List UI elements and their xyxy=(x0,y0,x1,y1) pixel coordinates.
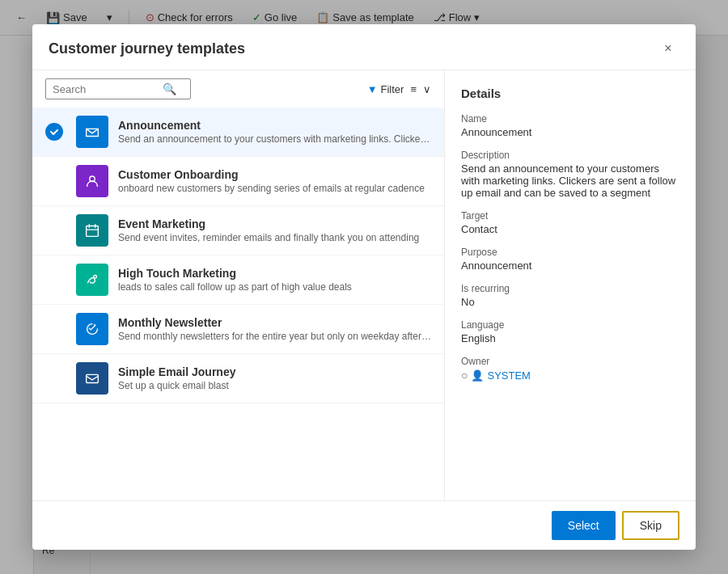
template-items-list: Announcement Send an announcement to you… xyxy=(32,104,444,500)
filter-button[interactable]: ▼ Filter xyxy=(367,83,404,95)
template-icon-simple-email xyxy=(76,362,108,395)
template-info-newsletter: Monthly Newsletter Send monthly newslett… xyxy=(118,316,431,342)
checkmark-icon xyxy=(49,127,59,137)
template-icon-newsletter xyxy=(76,313,108,345)
list-item[interactable]: Customer Onboarding onboard new customer… xyxy=(32,157,444,206)
details-heading: Details xyxy=(461,87,679,100)
detail-field-name: Name Announcement xyxy=(461,113,679,138)
template-info-hightouch: High Touch Marketing leads to sales call… xyxy=(118,267,431,293)
detail-value-language: English xyxy=(461,332,679,344)
detail-field-language: Language English xyxy=(461,319,679,344)
template-icon-onboarding xyxy=(76,165,108,197)
template-info-event: Event Marketing Send event invites, remi… xyxy=(118,217,431,243)
list-item[interactable]: Announcement Send an announcement to you… xyxy=(32,108,444,157)
modal-title: Customer journey templates xyxy=(49,40,245,57)
detail-value-description: Send an announcement to your customers w… xyxy=(461,162,679,199)
template-name: Simple Email Journey xyxy=(118,365,431,378)
skip-button[interactable]: Skip xyxy=(622,511,679,540)
detail-label-purpose: Purpose xyxy=(461,247,679,258)
detail-field-recurring: Is recurring No xyxy=(461,283,679,308)
template-description: Send event invites, reminder emails and … xyxy=(118,232,431,243)
modal-footer: Select Skip xyxy=(32,500,696,550)
template-info-onboarding: Customer Onboarding onboard new customer… xyxy=(118,168,431,194)
detail-label-description: Description xyxy=(461,150,679,161)
modal-overlay[interactable]: Customer journey templates × 🔍 ▼ Filter xyxy=(0,0,728,574)
selected-check-badge xyxy=(45,123,63,141)
detail-field-description: Description Send an announcement to your… xyxy=(461,150,679,199)
modal-close-button[interactable]: × xyxy=(657,37,679,60)
detail-label-language: Language xyxy=(461,319,679,331)
search-input-wrap[interactable]: 🔍 xyxy=(45,78,191,99)
template-name: High Touch Marketing xyxy=(118,267,431,280)
view-toggle-button[interactable]: ≡ xyxy=(410,83,417,95)
template-icon-announcement xyxy=(76,116,108,148)
template-icon-hightouch xyxy=(76,264,108,296)
template-description: leads to sales call follow up as part of… xyxy=(118,281,431,293)
modal-body: 🔍 ▼ Filter ≡ ∨ xyxy=(32,70,696,500)
detail-field-target: Target Contact xyxy=(461,210,679,235)
owner-circle-icon: ○ xyxy=(461,369,468,382)
template-icon-event xyxy=(76,214,108,247)
list-item[interactable]: Simple Email Journey Set up a quick emai… xyxy=(32,354,444,403)
template-info-announcement: Announcement Send an announcement to you… xyxy=(118,119,431,145)
search-input[interactable] xyxy=(53,83,158,95)
modal-header: Customer journey templates × xyxy=(32,24,696,70)
template-info-simple-email: Simple Email Journey Set up a quick emai… xyxy=(118,365,431,391)
template-name: Customer Onboarding xyxy=(118,168,431,181)
detail-field-owner: Owner ○ 👤 SYSTEM xyxy=(461,356,679,382)
sort-icon: ∨ xyxy=(423,83,431,95)
details-panel: Details Name Announcement Description Se… xyxy=(445,70,696,500)
detail-label-target: Target xyxy=(461,210,679,222)
detail-label-owner: Owner xyxy=(461,356,679,367)
owner-person-icon: 👤 xyxy=(471,369,484,382)
select-button[interactable]: Select xyxy=(552,511,616,540)
detail-value-target: Contact xyxy=(461,223,679,235)
list-item[interactable]: Event Marketing Send event invites, remi… xyxy=(32,206,444,255)
detail-value-recurring: No xyxy=(461,296,679,308)
list-view-icon: ≡ xyxy=(410,83,417,95)
detail-value-purpose: Announcement xyxy=(461,260,679,272)
template-name: Announcement xyxy=(118,119,431,132)
detail-label-name: Name xyxy=(461,113,679,125)
template-description: Send monthly newsletters for the entire … xyxy=(118,331,431,342)
template-name: Event Marketing xyxy=(118,217,431,230)
list-item[interactable]: High Touch Marketing leads to sales call… xyxy=(32,255,444,305)
search-icon: 🔍 xyxy=(163,82,176,95)
template-description: Set up a quick email blast xyxy=(118,380,431,391)
template-description: Send an announcement to your customers w… xyxy=(118,133,431,145)
sort-button[interactable]: ∨ xyxy=(423,83,431,95)
detail-label-recurring: Is recurring xyxy=(461,283,679,294)
template-list-panel: 🔍 ▼ Filter ≡ ∨ xyxy=(32,70,445,500)
template-description: onboard new customers by sending series … xyxy=(118,183,431,194)
list-item[interactable]: Monthly Newsletter Send monthly newslett… xyxy=(32,305,444,354)
detail-field-purpose: Purpose Announcement xyxy=(461,247,679,272)
detail-value-name: Announcement xyxy=(461,126,679,138)
filter-icon: ▼ xyxy=(367,83,378,95)
template-name: Monthly Newsletter xyxy=(118,316,431,329)
detail-value-owner[interactable]: ○ 👤 SYSTEM xyxy=(461,369,679,382)
modal-dialog: Customer journey templates × 🔍 ▼ Filter xyxy=(32,24,696,550)
svg-rect-5 xyxy=(83,271,101,289)
